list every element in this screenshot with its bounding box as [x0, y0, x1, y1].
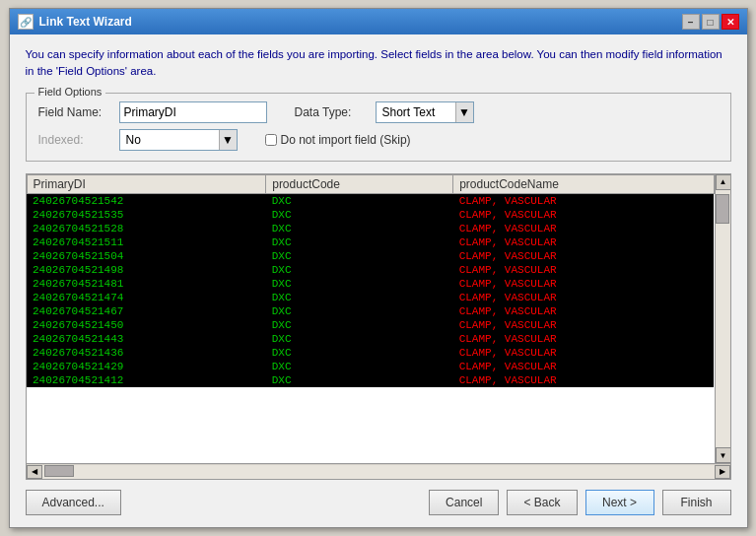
table-cell: CLAMP, VASCULAR	[453, 304, 714, 318]
table-cell: 24026704521429	[27, 360, 266, 373]
table-cell: CLAMP, VASCULAR	[453, 222, 714, 235]
table-cell: DXC	[266, 277, 453, 291]
table-cell: DXC	[266, 208, 453, 222]
scroll-left-arrow[interactable]: ◀	[27, 465, 42, 479]
table-cell: 24026704521504	[27, 249, 266, 263]
table-cell: DXC	[266, 373, 453, 387]
window-body: You can specify information about each o…	[10, 34, 747, 527]
table-cell: CLAMP, VASCULAR	[453, 373, 714, 387]
table-cell: 24026704521436	[27, 346, 266, 360]
table-cell: 24026704521511	[27, 235, 266, 249]
table-cell: CLAMP, VASCULAR	[453, 249, 714, 263]
table-cell: DXC	[266, 263, 453, 277]
skip-field-text: Do not import field (Skip)	[281, 133, 411, 147]
table-row[interactable]: 24026704521412DXCCLAMP, VASCULAR	[27, 373, 714, 387]
window-icon: 🔗	[18, 14, 34, 30]
scroll-thumb[interactable]	[716, 194, 729, 224]
table-cell: DXC	[266, 291, 453, 304]
field-options-group: Field Options Field Name: Data Type: Sho…	[26, 93, 731, 162]
scroll-track[interactable]	[716, 190, 730, 448]
data-type-select[interactable]: Short Text ▼	[376, 101, 474, 123]
table-cell: DXC	[266, 235, 453, 249]
field-options-row-1: Field Name: Data Type: Short Text ▼	[38, 101, 719, 123]
close-button[interactable]: ✕	[722, 14, 739, 30]
table-cell: CLAMP, VASCULAR	[453, 291, 714, 304]
footer-buttons: Advanced... Cancel < Back Next > Finish	[26, 480, 731, 515]
table-cell: 24026704521542	[27, 193, 266, 208]
table-cell: 24026704521481	[27, 277, 266, 291]
field-name-label: Field Name:	[38, 105, 107, 119]
next-button[interactable]: Next >	[585, 490, 654, 515]
finish-button[interactable]: Finish	[662, 490, 731, 515]
table-cell: 24026704521498	[27, 263, 266, 277]
table-cell: CLAMP, VASCULAR	[453, 208, 714, 222]
table-row[interactable]: 24026704521481DXCCLAMP, VASCULAR	[27, 277, 714, 291]
horizontal-scrollbar[interactable]: ◀ ▶	[27, 463, 730, 479]
skip-field-label[interactable]: Do not import field (Skip)	[265, 133, 411, 147]
footer-left: Advanced...	[26, 490, 121, 515]
table-row[interactable]: 24026704521542DXCCLAMP, VASCULAR	[27, 193, 714, 208]
data-type-dropdown-arrow[interactable]: ▼	[455, 102, 473, 122]
indexed-value: No	[120, 130, 219, 150]
main-window: 🔗 Link Text Wizard – □ ✕ You can specify…	[9, 8, 748, 528]
table-cell: CLAMP, VASCULAR	[453, 318, 714, 332]
scroll-right-arrow[interactable]: ▶	[715, 465, 730, 479]
indexed-select[interactable]: No ▼	[119, 129, 238, 151]
h-scroll-track[interactable]	[42, 465, 715, 479]
window-title: Link Text Wizard	[39, 15, 132, 29]
data-table-container: PrimaryDIproductCodeproductCodeName 2402…	[26, 173, 731, 481]
table-cell: CLAMP, VASCULAR	[453, 193, 714, 208]
h-scroll-thumb[interactable]	[44, 465, 74, 477]
col-header[interactable]: productCodeName	[453, 174, 714, 193]
table-row[interactable]: 24026704521436DXCCLAMP, VASCULAR	[27, 346, 714, 360]
table-cell: DXC	[266, 304, 453, 318]
table-cell: DXC	[266, 332, 453, 346]
table-cell: 24026704521474	[27, 291, 266, 304]
table-row[interactable]: 24026704521429DXCCLAMP, VASCULAR	[27, 360, 714, 373]
table-wrapper: PrimaryDIproductCodeproductCodeName 2402…	[27, 174, 730, 464]
data-type-value: Short Text	[377, 102, 455, 122]
title-bar: 🔗 Link Text Wizard – □ ✕	[10, 9, 747, 34]
table-row[interactable]: 24026704521443DXCCLAMP, VASCULAR	[27, 332, 714, 346]
table-row[interactable]: 24026704521535DXCCLAMP, VASCULAR	[27, 208, 714, 222]
table-cell: 24026704521450	[27, 318, 266, 332]
table-row[interactable]: 24026704521474DXCCLAMP, VASCULAR	[27, 291, 714, 304]
table-cell: CLAMP, VASCULAR	[453, 332, 714, 346]
table-cell: CLAMP, VASCULAR	[453, 360, 714, 373]
table-cell: 24026704521467	[27, 304, 266, 318]
field-options-row-2: Indexed: No ▼ Do not import field (Skip)	[38, 129, 719, 151]
table-header-row: PrimaryDIproductCodeproductCodeName	[27, 174, 714, 193]
vertical-scrollbar[interactable]: ▲ ▼	[715, 174, 730, 464]
back-button[interactable]: < Back	[507, 490, 577, 515]
table-cell: CLAMP, VASCULAR	[453, 263, 714, 277]
table-row[interactable]: 24026704521498DXCCLAMP, VASCULAR	[27, 263, 714, 277]
field-options-legend: Field Options	[34, 86, 106, 98]
table-cell: DXC	[266, 249, 453, 263]
table-row[interactable]: 24026704521528DXCCLAMP, VASCULAR	[27, 222, 714, 235]
data-table: PrimaryDIproductCodeproductCodeName 2402…	[27, 174, 715, 387]
cancel-button[interactable]: Cancel	[429, 490, 499, 515]
maximize-button[interactable]: □	[702, 14, 720, 30]
indexed-label: Indexed:	[38, 133, 107, 147]
scroll-up-arrow[interactable]: ▲	[716, 174, 730, 190]
info-text: You can specify information about each o…	[26, 46, 731, 81]
skip-field-checkbox[interactable]	[265, 134, 277, 146]
table-cell: CLAMP, VASCULAR	[453, 277, 714, 291]
col-header[interactable]: PrimaryDI	[27, 174, 266, 193]
scroll-down-arrow[interactable]: ▼	[716, 447, 730, 463]
indexed-dropdown-arrow[interactable]: ▼	[219, 130, 237, 150]
advanced-button[interactable]: Advanced...	[26, 490, 121, 515]
col-header[interactable]: productCode	[266, 174, 453, 193]
table-cell: CLAMP, VASCULAR	[453, 346, 714, 360]
field-name-input[interactable]	[119, 101, 267, 123]
table-scroll-area[interactable]: PrimaryDIproductCodeproductCodeName 2402…	[27, 174, 715, 464]
table-row[interactable]: 24026704521450DXCCLAMP, VASCULAR	[27, 318, 714, 332]
table-row[interactable]: 24026704521467DXCCLAMP, VASCULAR	[27, 304, 714, 318]
footer-right: Cancel < Back Next > Finish	[429, 490, 730, 515]
table-row[interactable]: 24026704521511DXCCLAMP, VASCULAR	[27, 235, 714, 249]
minimize-button[interactable]: –	[682, 14, 700, 30]
table-cell: 24026704521443	[27, 332, 266, 346]
table-cell: DXC	[266, 318, 453, 332]
table-row[interactable]: 24026704521504DXCCLAMP, VASCULAR	[27, 249, 714, 263]
table-cell: 24026704521528	[27, 222, 266, 235]
